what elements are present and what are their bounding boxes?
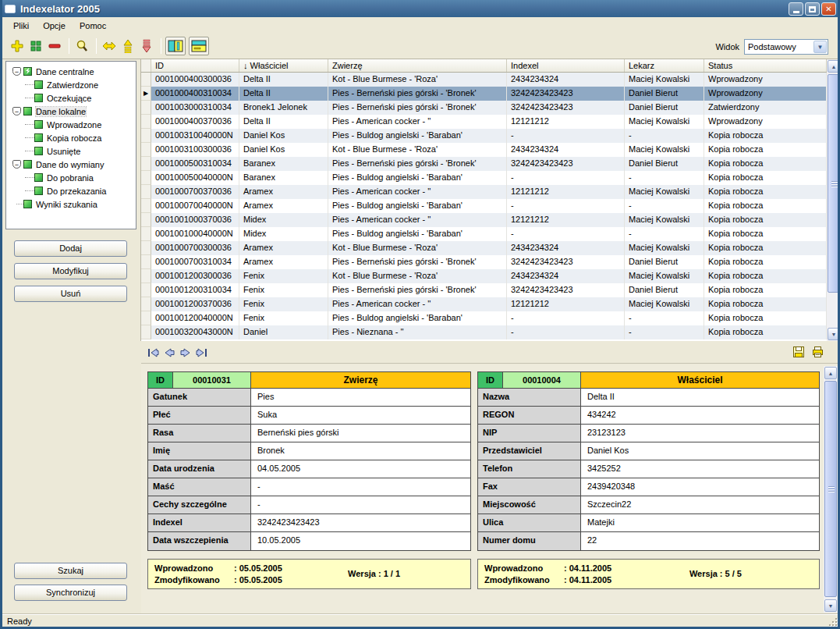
column-header-właściciel[interactable]: ↓ Właściciel [239, 59, 328, 72]
tree-item-dane-do-wymiany[interactable]: −Dane do wymiany [6, 158, 136, 171]
tree-item-usunięte[interactable]: Usunięte [6, 144, 136, 158]
next-record-button[interactable] [179, 347, 191, 358]
created-value: : 05.05.2005 [234, 563, 282, 573]
view-select[interactable]: Podstawowy ▼ [744, 39, 828, 55]
cell-status: Zatwierdzony [704, 101, 827, 115]
sort-down-button[interactable] [138, 37, 155, 55]
last-record-button[interactable] [195, 347, 208, 358]
menu-item-pliki[interactable]: Pliki [7, 20, 35, 32]
table-row[interactable]: 000100310040000NDaniel KosPies - Buldog … [141, 129, 840, 143]
cell-status: Kopia robocza [704, 213, 827, 227]
column-header-status[interactable]: Status [704, 59, 827, 72]
tree-connector [25, 177, 34, 178]
cell-lekarz: - [625, 311, 704, 325]
add-record-button[interactable]: Dodaj [14, 240, 127, 257]
tree-item-wprowadzone[interactable]: Wprowadzone [6, 118, 136, 131]
scroll-down-icon[interactable]: ▼ [824, 599, 837, 612]
table-row[interactable]: 0001001200300036FenixKot - Blue Burmese … [141, 269, 840, 283]
menu-item-opcje[interactable]: Opcje [37, 20, 72, 32]
tree-item-dane-centralne[interactable]: −Dane centralne [6, 65, 136, 78]
column-header-indexel[interactable]: Indexel [507, 59, 625, 72]
scroll-up-icon[interactable]: ▲ [824, 367, 837, 379]
table-row[interactable]: 0001001000370036MidexPies - American coc… [141, 213, 840, 227]
tree-item-do-przekazania[interactable]: Do przekazania [6, 184, 136, 197]
cell-lekarz: - [625, 199, 704, 213]
table-row[interactable]: 0001000400300036Delta IIKot - Blue Burme… [141, 73, 840, 87]
synchronize-button[interactable]: Synchronizuj [14, 585, 127, 601]
owner-detail-table: ID 00010004 Właściciel NazwaDelta IIREGO… [477, 371, 820, 551]
modified-label: Zmodyfikowano [154, 574, 234, 586]
transfer-button[interactable] [101, 37, 118, 55]
animal-detail-table: ID 00010031 Zwierzę GatunekPiesPłećSukaR… [147, 371, 471, 551]
first-record-button[interactable] [147, 347, 160, 358]
pane-scrollbar[interactable]: ▲ ▼ [824, 366, 838, 613]
add-button[interactable] [9, 37, 26, 55]
chevron-down-icon[interactable]: ▼ [813, 41, 827, 53]
modify-record-button[interactable]: Modyfikuj [14, 263, 127, 279]
table-row[interactable]: 000100320043000NDanielPies - Nieznana - … [141, 325, 840, 339]
table-row[interactable]: 0001003000310034Bronek1 JelonekPies - Be… [141, 101, 840, 115]
cell-właściciel: Fenix [239, 311, 328, 325]
table-scrollbar-thumb[interactable] [828, 74, 840, 293]
table-row[interactable]: 0001000700300036AramexKot - Blue Burmese… [141, 241, 840, 255]
table-row[interactable]: 0001000400370036Delta IIPies - American … [141, 115, 840, 129]
tree-collapse-icon[interactable]: − [12, 107, 21, 115]
table-row[interactable]: 0001001200370036FenixPies - American coc… [141, 297, 840, 311]
tree-item-do-pobrania[interactable]: Do pobrania [6, 171, 136, 184]
table-header-indicator [141, 59, 151, 72]
table-scrollbar[interactable]: ▲ ▼ [827, 59, 840, 341]
tree-item-label: Dane centralne [36, 67, 94, 76]
tree-collapse-icon[interactable]: − [12, 67, 21, 76]
sort-up-button[interactable] [119, 37, 136, 55]
column-header-lekarz[interactable]: Lekarz [625, 59, 704, 72]
close-button[interactable]: ✕ [821, 2, 836, 16]
search-records-button[interactable]: Szukaj [14, 563, 127, 579]
menu-item-pomoc[interactable]: Pomoc [73, 20, 112, 32]
cell-status: Kopia robocza [704, 297, 827, 311]
tree-item-kopia-robocza[interactable]: Kopia robocza [6, 131, 136, 144]
cell-właściciel: Daniel Kos [239, 129, 328, 143]
cell-indexel: - [507, 311, 625, 325]
table-row[interactable]: 0001000500310034BaranexPies - Berneński … [141, 157, 840, 171]
delete-record-button[interactable]: Usuń [14, 286, 127, 302]
records-button[interactable] [27, 37, 44, 55]
cell-właściciel: Baranex [239, 171, 328, 185]
scroll-down-icon[interactable]: ▼ [828, 328, 840, 340]
print-button[interactable] [811, 346, 824, 360]
table-row[interactable]: 000100050040000NBaranexPies - Buldog ang… [141, 171, 840, 185]
table-row[interactable]: ▶0001000400310034Delta IIPies - Berneńsk… [141, 87, 840, 101]
cell-indexel: 3242423423423 [507, 255, 625, 269]
table-row[interactable]: 000100120040000NFenixPies - Buldog angie… [141, 311, 840, 325]
pane-scrollbar-thumb[interactable] [824, 381, 837, 597]
animal-id-value: 00010031 [173, 372, 251, 388]
minimize-button[interactable] [789, 2, 803, 16]
tree-item-oczekujące[interactable]: Oczekujące [6, 91, 136, 105]
table-row[interactable]: 0001000700370036AramexPies - American co… [141, 185, 840, 199]
table-row[interactable]: 0001000700310034AramexPies - Berneński p… [141, 255, 840, 269]
cell-id: 000100320043000N [151, 325, 239, 339]
save-button[interactable] [792, 346, 806, 360]
maximize-button[interactable] [805, 2, 820, 16]
resize-grip[interactable] [828, 617, 837, 626]
tree-item-dane-lokalne[interactable]: −Dane lokalne [6, 105, 136, 118]
split-horizontal-button[interactable] [189, 37, 209, 55]
table-row[interactable]: 0001001200310034FenixPies - Berneński pi… [141, 283, 840, 297]
sync-node-icon [23, 67, 32, 76]
owner-field-value: 22 [581, 532, 819, 550]
previous-record-button[interactable] [164, 347, 175, 358]
table-row[interactable]: 0001003100300036Daniel KosKot - Blue Bur… [141, 143, 840, 157]
scroll-up-icon[interactable]: ▲ [828, 60, 840, 73]
cell-zwierzę: Pies - American cocker - '' [328, 297, 507, 311]
owner-field-label: Nazwa [478, 389, 581, 406]
maximize-icon [809, 6, 816, 12]
remove-button[interactable] [46, 37, 63, 55]
table-row[interactable]: 000100100040000NMidexPies - Buldog angie… [141, 227, 840, 241]
table-row[interactable]: 000100070040000NAramexPies - Buldog angi… [141, 199, 840, 213]
tree-collapse-icon[interactable]: − [12, 160, 21, 169]
column-header-zwierzę[interactable]: Zwierzę [328, 59, 507, 72]
split-vertical-button[interactable] [165, 37, 186, 55]
column-header-id[interactable]: ID [151, 59, 239, 72]
tree-item-zatwierdzone[interactable]: Zatwierdzone [6, 78, 136, 91]
search-button[interactable] [73, 37, 90, 55]
tree-item-wyniki-szukania[interactable]: Wyniki szukania [6, 197, 136, 211]
